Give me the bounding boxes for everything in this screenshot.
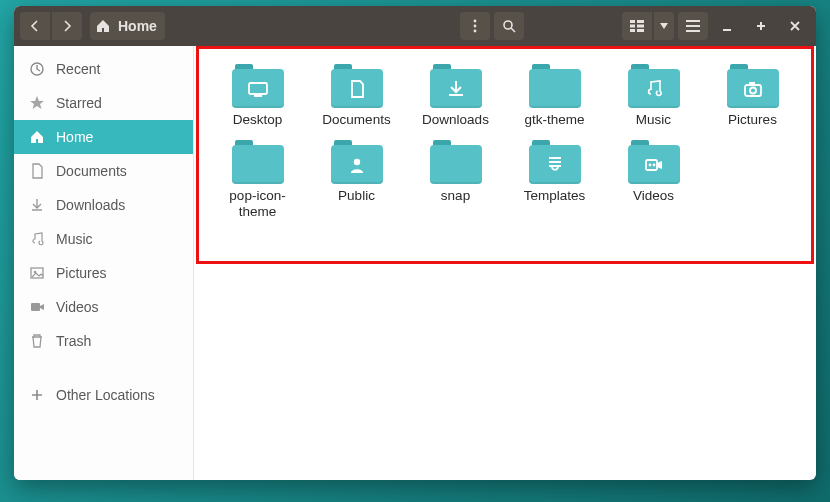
list-view-icon — [630, 20, 644, 32]
sidebar-item-pictures[interactable]: Pictures — [14, 256, 193, 290]
sidebar-item-other-locations[interactable]: Other Locations — [14, 378, 193, 412]
folder-label: Pictures — [728, 112, 777, 128]
folder-item[interactable]: Pictures — [705, 60, 800, 130]
folder-icon — [430, 62, 482, 108]
folder-item[interactable]: Public — [309, 136, 404, 222]
folder-icon — [628, 62, 680, 108]
document-icon — [28, 162, 46, 180]
plus-icon — [28, 386, 46, 404]
sidebar-item-videos[interactable]: Videos — [14, 290, 193, 324]
svg-point-26 — [353, 159, 359, 165]
music-icon — [28, 230, 46, 248]
folder-icon — [232, 62, 284, 108]
maximize-button[interactable] — [746, 12, 776, 40]
svg-rect-16 — [757, 25, 765, 27]
view-mode-button[interactable] — [622, 12, 652, 40]
sidebar-item-recent[interactable]: Recent — [14, 52, 193, 86]
svg-rect-6 — [637, 20, 644, 23]
clock-icon — [28, 60, 46, 78]
back-button[interactable] — [20, 12, 50, 40]
svg-rect-20 — [31, 303, 40, 311]
folder-item[interactable]: snap — [408, 136, 503, 222]
svg-rect-9 — [630, 29, 635, 32]
folder-label: Music — [636, 112, 671, 128]
folder-item[interactable]: Documents — [309, 60, 404, 130]
folder-label: Desktop — [233, 112, 283, 128]
chevron-left-icon — [29, 20, 41, 32]
sidebar: Recent Starred Home Documents Downloads — [14, 46, 194, 480]
svg-rect-14 — [723, 29, 731, 31]
svg-line-4 — [511, 28, 515, 32]
folder-grid: DesktopDocumentsDownloadsgtk-themeMusicP… — [204, 56, 806, 227]
star-icon — [28, 94, 46, 112]
videos-icon — [28, 298, 46, 316]
folder-label: Videos — [633, 188, 674, 204]
folder-label: Public — [338, 188, 375, 204]
close-button[interactable] — [780, 12, 810, 40]
folder-item[interactable]: Music — [606, 60, 701, 130]
titlebar: Home — [14, 6, 816, 46]
sidebar-item-home[interactable]: Home — [14, 120, 193, 154]
svg-rect-7 — [630, 25, 635, 28]
svg-rect-5 — [630, 20, 635, 23]
path-label: Home — [118, 18, 157, 34]
home-icon — [28, 128, 46, 146]
content-pane[interactable]: DesktopDocumentsDownloadsgtk-themeMusicP… — [194, 46, 816, 480]
folder-label: pop-icon-theme — [212, 188, 303, 220]
kebab-icon — [469, 19, 481, 33]
svg-rect-8 — [637, 25, 644, 28]
svg-point-2 — [474, 30, 477, 33]
sidebar-item-downloads[interactable]: Downloads — [14, 188, 193, 222]
view-mode-dropdown[interactable] — [654, 12, 674, 40]
search-icon — [502, 19, 516, 33]
path-bar[interactable]: Home — [90, 12, 165, 40]
svg-rect-13 — [686, 30, 700, 32]
close-icon — [789, 20, 801, 32]
folder-item[interactable]: Desktop — [210, 60, 305, 130]
sidebar-item-label: Other Locations — [56, 387, 155, 403]
sidebar-item-documents[interactable]: Documents — [14, 154, 193, 188]
folder-icon — [232, 138, 284, 184]
sidebar-item-label: Music — [56, 231, 93, 247]
folder-icon — [727, 62, 779, 108]
sidebar-item-label: Videos — [56, 299, 99, 315]
folder-icon — [331, 62, 383, 108]
folder-item[interactable]: gtk-theme — [507, 60, 602, 130]
trash-icon — [28, 332, 46, 350]
sidebar-item-trash[interactable]: Trash — [14, 324, 193, 358]
svg-rect-10 — [637, 29, 644, 32]
svg-point-0 — [474, 20, 477, 23]
search-button[interactable] — [494, 12, 524, 40]
folder-icon — [430, 138, 482, 184]
minimize-icon — [721, 20, 733, 32]
sidebar-item-label: Documents — [56, 163, 127, 179]
folder-label: Documents — [322, 112, 390, 128]
svg-rect-21 — [249, 83, 267, 94]
sidebar-item-label: Trash — [56, 333, 91, 349]
minimize-button[interactable] — [712, 12, 742, 40]
svg-rect-25 — [749, 82, 755, 85]
svg-point-1 — [474, 25, 477, 28]
svg-point-24 — [750, 88, 756, 94]
maximize-icon — [755, 20, 767, 32]
folder-item[interactable]: Videos — [606, 136, 701, 222]
sidebar-item-label: Starred — [56, 95, 102, 111]
folder-item[interactable]: pop-icon-theme — [210, 136, 305, 222]
actions-menu-button[interactable] — [460, 12, 490, 40]
folder-icon — [529, 62, 581, 108]
file-manager-window: Home — [14, 6, 816, 480]
nav-group — [20, 12, 82, 40]
forward-button[interactable] — [52, 12, 82, 40]
svg-point-29 — [652, 164, 655, 167]
folder-item[interactable]: Downloads — [408, 60, 503, 130]
svg-rect-22 — [254, 95, 262, 97]
hamburger-menu-button[interactable] — [678, 12, 708, 40]
sidebar-item-music[interactable]: Music — [14, 222, 193, 256]
sidebar-item-starred[interactable]: Starred — [14, 86, 193, 120]
home-icon — [94, 17, 112, 35]
view-group — [622, 12, 674, 40]
folder-label: gtk-theme — [524, 112, 584, 128]
folder-item[interactable]: Templates — [507, 136, 602, 222]
download-icon — [28, 196, 46, 214]
folder-icon — [331, 138, 383, 184]
